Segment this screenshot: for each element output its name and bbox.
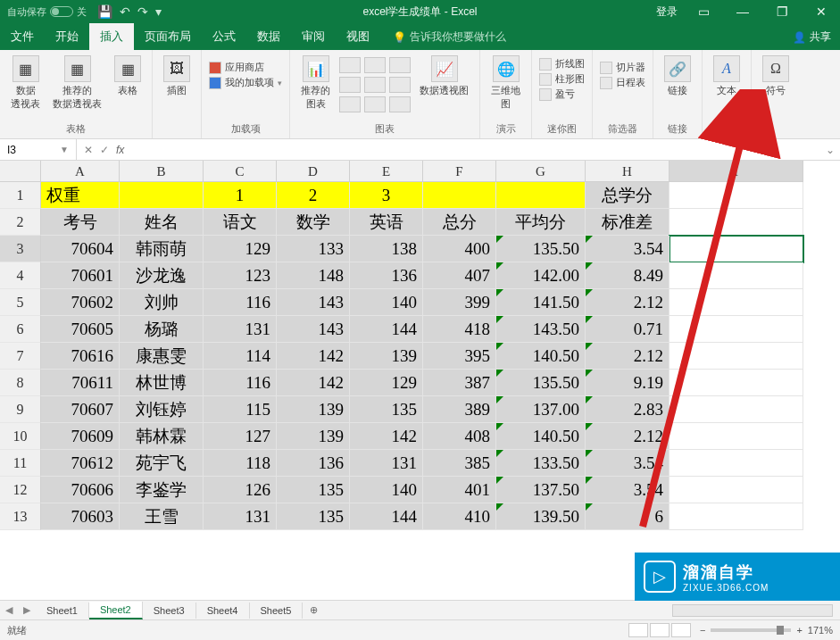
tab-review[interactable]: 审阅 [291,23,336,50]
col-header-I[interactable]: I [670,161,803,182]
cancel-icon[interactable]: ✕ [84,144,93,156]
pagelayout-view-button[interactable] [650,623,670,637]
cell[interactable] [670,423,803,450]
sheet-tab[interactable]: Sheet5 [250,603,304,619]
cell[interactable] [670,209,803,236]
col-header-F[interactable]: F [423,161,496,182]
cell[interactable]: 126 [204,477,277,503]
zoom-level[interactable]: 171% [808,625,833,636]
cell[interactable]: 康惠雯 [120,343,204,370]
my-addins-button[interactable]: 我的加载项▾ [209,76,282,89]
cell[interactable]: 148 [277,262,350,289]
undo-icon[interactable]: ↶ [120,4,130,19]
cell[interactable]: 118 [204,450,277,477]
cell[interactable]: 418 [423,316,496,343]
row-header[interactable]: 1 [0,182,41,209]
symbol-button[interactable]: Ω符号 [759,54,793,99]
tab-data[interactable]: 数据 [246,23,291,50]
cell[interactable]: 70606 [41,477,120,503]
cell[interactable]: 140 [350,289,423,316]
recommended-pivot-button[interactable]: ▦推荐的 数据透视表 [49,54,105,112]
cell[interactable]: 129 [204,236,277,262]
sparkline-winloss-button[interactable]: 盈亏 [539,87,585,101]
cell[interactable]: 3.54 [586,450,670,477]
cell[interactable]: 131 [204,503,277,530]
cell[interactable] [670,396,803,423]
cells-grid[interactable]: 权重123总学分考号姓名语文数学英语总分平均分标准差70604韩雨萌129133… [41,182,803,530]
cell[interactable]: 127 [204,423,277,450]
cell[interactable]: 数学 [277,209,350,236]
pivotchart-button[interactable]: 📈数据透视图 [416,54,472,112]
cell[interactable] [670,289,803,316]
cell[interactable]: 韩林霖 [120,423,204,450]
cell[interactable]: 英语 [350,209,423,236]
cell[interactable]: 399 [423,289,496,316]
cell[interactable]: 考号 [41,209,120,236]
row-header[interactable]: 13 [0,503,41,530]
cell[interactable]: 70607 [41,396,120,423]
cell[interactable]: 143 [277,316,350,343]
cell[interactable]: 韩雨萌 [120,236,204,262]
cell[interactable]: 70602 [41,289,120,316]
row-header[interactable]: 4 [0,262,41,289]
cell[interactable]: 2.12 [586,343,670,370]
sparkline-column-button[interactable]: 柱形图 [539,72,585,86]
cell[interactable]: 李鉴学 [120,477,204,503]
col-header-B[interactable]: B [120,161,204,182]
cell[interactable] [120,182,204,209]
illustrations-button[interactable]: 🖼插图 [160,54,194,99]
cell[interactable]: 语文 [204,209,277,236]
cell[interactable]: 9.19 [586,370,670,396]
pie-chart-icon[interactable] [389,57,411,73]
row-header[interactable]: 12 [0,477,41,503]
scatter-chart-icon[interactable] [364,77,386,93]
cell[interactable]: 139.50 [496,503,586,530]
cell[interactable]: 387 [423,370,496,396]
cell[interactable]: 133 [277,236,350,262]
col-header-D[interactable]: D [277,161,350,182]
cell[interactable]: 70603 [41,503,120,530]
combo-chart-icon[interactable] [389,96,411,112]
cell[interactable]: 142 [277,343,350,370]
line-chart-icon[interactable] [364,57,386,73]
row-header[interactable]: 6 [0,316,41,343]
table-button[interactable]: ▦表格 [111,54,145,112]
cell[interactable]: 410 [423,503,496,530]
cell[interactable]: 杨璐 [120,316,204,343]
cell[interactable]: 142 [277,370,350,396]
cell[interactable]: 116 [204,370,277,396]
cell[interactable]: 139 [277,423,350,450]
cell[interactable]: 135 [277,503,350,530]
enter-icon[interactable]: ✓ [100,144,109,156]
cell[interactable]: 139 [277,396,350,423]
sheet-nav-next-icon[interactable]: ▶ [18,604,36,616]
cell[interactable]: 林世博 [120,370,204,396]
cell[interactable]: 70609 [41,423,120,450]
cell[interactable]: 权重 [41,182,120,209]
row-header[interactable]: 2 [0,209,41,236]
login-button[interactable]: 登录 [656,4,678,20]
cell[interactable] [670,343,803,370]
cell[interactable]: 123 [204,262,277,289]
pivottable-button[interactable]: ▦数据 透视表 [7,54,44,112]
col-header-H[interactable]: H [586,161,670,182]
cell[interactable]: 115 [204,396,277,423]
tab-insert[interactable]: 插入 [89,23,134,50]
text-button[interactable]: A文本 [710,54,744,99]
cell[interactable]: 2 [277,182,350,209]
cell[interactable]: 137.00 [496,396,586,423]
chart-type-gallery[interactable] [339,57,411,112]
hyperlink-button[interactable]: 🔗链接 [661,54,694,99]
cell[interactable] [670,316,803,343]
cell[interactable]: 131 [350,450,423,477]
cell[interactable]: 116 [204,289,277,316]
cell[interactable]: 苑宇飞 [120,450,204,477]
col-header-E[interactable]: E [350,161,423,182]
tab-home[interactable]: 开始 [45,23,89,50]
cell[interactable]: 2.12 [586,423,670,450]
col-header-C[interactable]: C [204,161,277,182]
cell[interactable]: 135 [350,396,423,423]
cell[interactable]: 3.54 [586,236,670,262]
sheet-tab[interactable]: Sheet3 [143,603,196,619]
cell[interactable]: 3.54 [586,477,670,503]
